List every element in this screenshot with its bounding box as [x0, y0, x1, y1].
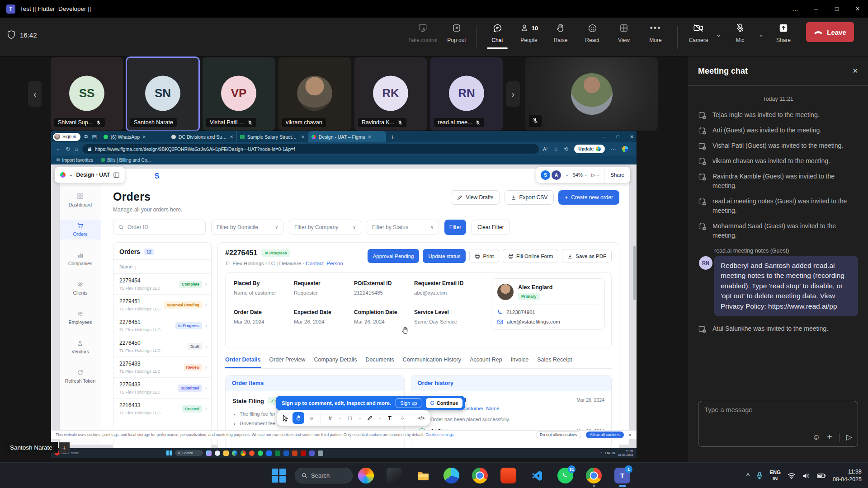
export-csv-button[interactable]: Export CSV — [505, 190, 554, 205]
tab-communication-history[interactable]: Communication History — [403, 357, 461, 368]
dev-mode-icon[interactable]: </> — [415, 412, 427, 424]
order-row[interactable]: 2279454TL Flex Holdings LLC Complete › — [113, 274, 211, 295]
contact-phone[interactable]: 2123874901 — [497, 310, 599, 315]
rectangle-tool-chevron-icon[interactable]: ⌄ — [357, 412, 363, 424]
taskbar-clock[interactable]: 11:38 08-04-2025 — [833, 468, 862, 483]
leave-button[interactable]: Leave — [806, 22, 854, 42]
shape-tool-icon[interactable]: ○ — [306, 412, 317, 424]
wifi-icon[interactable] — [788, 473, 796, 479]
sidebar-item-clients[interactable]: Clients — [60, 278, 101, 298]
home-icon[interactable]: ⌂ — [75, 145, 78, 152]
participant-tile[interactable]: vikram chavan — [278, 57, 351, 131]
frame-tool-chevron-icon[interactable]: ⌄ — [337, 412, 343, 424]
chrome-icon[interactable] — [472, 468, 488, 483]
tray-mic-icon[interactable] — [756, 472, 763, 480]
browser-tab[interactable]: Sample Salary Structure with calc ✕ — [237, 131, 308, 142]
hand-tool-icon[interactable] — [292, 412, 304, 424]
tab-close-icon[interactable]: ✕ — [230, 135, 233, 139]
shared-search-box[interactable]: Search — [175, 450, 203, 456]
epic-games-icon[interactable] — [387, 468, 402, 483]
new-tab-icon[interactable]: + — [391, 133, 394, 141]
tab-account-rep[interactable]: Account Rep — [470, 357, 502, 368]
attach-plus-icon[interactable]: + — [827, 432, 832, 442]
tab-company-details[interactable]: Company Details — [314, 357, 357, 368]
shared-app-icon[interactable] — [301, 450, 306, 456]
more-button[interactable]: ••• More — [639, 22, 672, 43]
participant-tile[interactable]: RK Ravindra K... — [354, 57, 427, 131]
shared-app-icon[interactable] — [292, 450, 297, 456]
view-button[interactable]: View — [608, 22, 640, 43]
edge-icon[interactable] — [443, 468, 459, 483]
save-as-pdf-button[interactable]: Save as PDF — [562, 249, 612, 263]
shared-app-icon[interactable] — [318, 450, 323, 456]
contact-email[interactable]: alex@vstatefilings.com — [497, 319, 599, 324]
sidebar-item-refresh-token[interactable]: Refresh Token — [60, 366, 101, 386]
sidebar-item-orders[interactable]: Orders — [60, 220, 101, 239]
participant-tile[interactable]: RN read.ai mee... — [430, 57, 503, 131]
file-menu-chevron-icon[interactable]: ⌄ — [69, 173, 73, 177]
import-favorites-button[interactable]: ⧉ Import favorites — [57, 157, 93, 163]
tab-order-details[interactable]: Order Details — [225, 357, 261, 368]
fill-online-form-button[interactable]: Fill Online Form — [503, 249, 558, 263]
whatsapp-icon[interactable]: 81 — [557, 468, 573, 483]
cookies-settings-link[interactable]: Cookies settings — [425, 432, 453, 437]
filter-domicile-select[interactable]: Filter by Domicile∨ — [211, 220, 283, 235]
browser-maximize-icon[interactable]: □ — [617, 134, 619, 139]
browser-tab[interactable]: (6) WhatsApp ✕ — [100, 131, 168, 142]
order-id-input[interactable]: Order ID — [113, 220, 206, 235]
contact-person-link[interactable]: Contact_Person. — [306, 261, 344, 266]
raise-hand-button[interactable]: Raise — [544, 22, 577, 43]
participant-tile[interactable]: VP Vishal Patil ... — [203, 57, 275, 131]
shared-app-icon[interactable] — [283, 450, 289, 456]
customer-name-link[interactable]: Customer_Name — [462, 406, 500, 411]
tab-close-icon[interactable]: ✕ — [368, 135, 372, 139]
presenter-pin-icon[interactable]: + — [59, 442, 70, 453]
allow-cookies-button[interactable]: Allow all cookies — [586, 432, 624, 438]
collaborator-avatar[interactable]: A — [552, 170, 561, 180]
minimize-icon[interactable]: – — [806, 0, 826, 18]
order-row[interactable]: 2276433TL Flex Holdings LLC Review › — [113, 357, 211, 378]
volume-icon[interactable] — [802, 473, 810, 479]
share-button[interactable]: Share — [767, 22, 800, 43]
close-icon[interactable]: ✕ — [847, 0, 868, 18]
battery-icon[interactable] — [817, 473, 826, 479]
browser-profile-button[interactable]: Sign in — [53, 133, 80, 141]
shared-app-icon[interactable] — [223, 450, 229, 456]
shared-start-icon[interactable] — [166, 450, 172, 456]
shared-app-icon[interactable] — [215, 450, 220, 456]
emoji-icon[interactable]: ☺ — [812, 433, 820, 442]
google-continue-button[interactable]: G Continue — [426, 398, 462, 408]
rectangle-tool-icon[interactable]: □ — [344, 412, 356, 424]
name-column-header[interactable]: Name — [119, 264, 132, 269]
local-user-tile[interactable] — [525, 57, 658, 131]
shared-language-indicator[interactable]: ENG IN — [605, 451, 615, 455]
pop-out-button[interactable]: Pop out — [440, 22, 473, 43]
move-tool-icon[interactable] — [279, 412, 291, 424]
browser-tab[interactable]: DC Divisions and Surroundings ✕ — [168, 131, 237, 142]
taskbar-search-box[interactable]: Search — [295, 468, 353, 483]
tray-chevron-up-icon[interactable]: ^ — [746, 472, 750, 479]
shared-app-icon[interactable] — [206, 450, 212, 456]
view-drafts-button[interactable]: View Drafts — [451, 190, 500, 205]
vertical-tabs-icon[interactable]: ▤ — [92, 134, 96, 140]
tab-documents[interactable]: Documents — [366, 357, 394, 368]
order-row[interactable]: 2276451TL Flex Holdings LLC In Progress … — [113, 315, 211, 336]
collaborator-avatar[interactable]: S — [541, 170, 550, 180]
shared-app-icon[interactable] — [241, 450, 246, 456]
browser-update-button[interactable]: Update — [574, 145, 605, 153]
frame-tool-icon[interactable]: # — [324, 412, 336, 424]
approval-pending-button[interactable]: Approval Pending — [368, 249, 420, 263]
order-row[interactable]: 2276433TL Flex Holdings LLC Submitted › — [113, 378, 211, 399]
read-aloud-icon[interactable]: A⁾ — [543, 146, 548, 152]
pen-tool-chevron-icon[interactable]: ⌄ — [377, 412, 382, 424]
copilot-icon[interactable] — [358, 468, 374, 483]
chat-button[interactable]: Chat — [481, 22, 514, 43]
shared-app-icon[interactable] — [249, 450, 255, 456]
vscode-icon[interactable] — [529, 468, 545, 483]
shared-app-icon[interactable] — [266, 450, 272, 456]
shared-tray-chevron-icon[interactable]: ^ — [601, 451, 603, 455]
filter-company-select[interactable]: Filter by Company∨ — [289, 220, 361, 235]
shared-app-icon[interactable] — [275, 450, 280, 456]
shared-clock[interactable]: 11:38 08-04-2025 — [618, 450, 633, 457]
order-row[interactable]: 2216433TL Flex Holdings LLC Created › — [113, 399, 211, 419]
